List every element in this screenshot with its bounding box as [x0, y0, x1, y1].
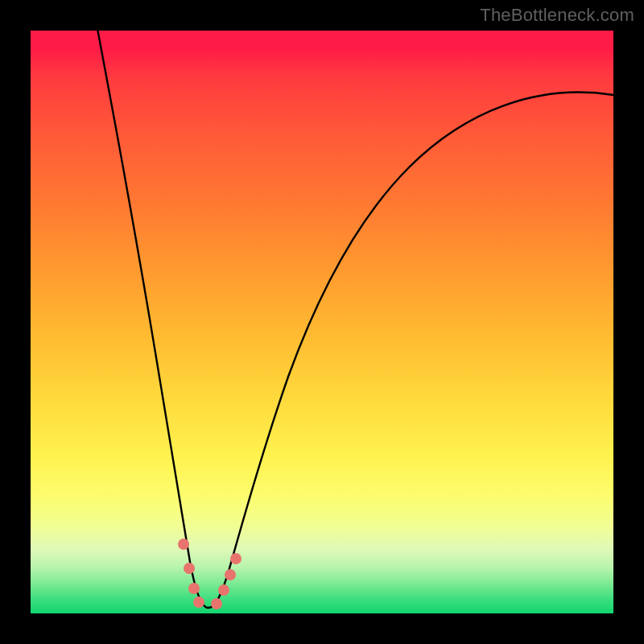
- plot-area: [31, 31, 613, 613]
- watermark-text: TheBottleneck.com: [480, 5, 634, 26]
- bottleneck-curve: [89, 31, 613, 608]
- svg-point-4: [211, 598, 222, 609]
- svg-point-6: [225, 569, 236, 580]
- svg-point-0: [178, 539, 189, 550]
- svg-point-2: [188, 583, 200, 594]
- svg-point-1: [184, 563, 195, 574]
- svg-point-3: [193, 597, 204, 608]
- svg-point-7: [230, 553, 242, 564]
- svg-point-5: [218, 584, 229, 596]
- chart-frame: TheBottleneck.com: [0, 0, 644, 644]
- curve-layer: [31, 31, 613, 613]
